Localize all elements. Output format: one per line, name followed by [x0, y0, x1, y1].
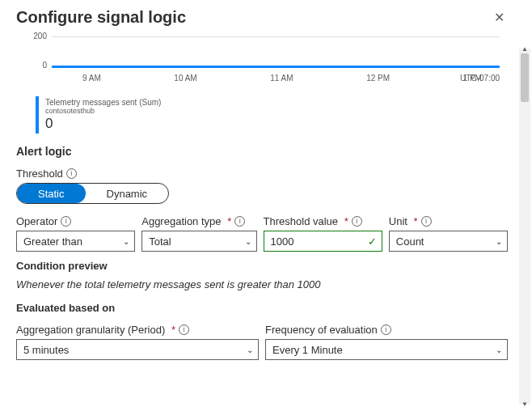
required-marker: *	[411, 215, 418, 227]
granularity-value: 5 minutes	[23, 344, 69, 356]
scrollbar-thumb[interactable]	[521, 53, 529, 102]
unit-label: Unit	[389, 215, 407, 227]
frequency-select[interactable]: Every 1 Minute ⌄	[265, 339, 508, 360]
metric-chart: 200 0 9 AM 10 AM 11 AM 12 PM 1 PM UTC-07…	[27, 35, 500, 91]
x-tick: 12 PM	[366, 74, 390, 83]
info-icon[interactable]: i	[381, 324, 391, 335]
info-icon[interactable]: i	[61, 216, 71, 227]
operator-select[interactable]: Greater than ⌄	[16, 231, 135, 252]
unit-value: Count	[396, 235, 424, 248]
legend-series-name: Telemetry messages sent (Sum)	[45, 98, 500, 107]
frequency-value: Every 1 Minute	[272, 344, 343, 356]
info-icon[interactable]: i	[421, 216, 432, 227]
chevron-down-icon: ⌄	[496, 237, 502, 246]
info-icon[interactable]: i	[179, 324, 189, 335]
condition-preview-text: Whenever the total telemetry messages se…	[16, 278, 508, 290]
scroll-down-icon[interactable]: ▼	[521, 401, 528, 407]
required-marker: *	[168, 324, 175, 336]
y-tick: 0	[42, 61, 47, 70]
info-icon[interactable]: i	[234, 216, 245, 227]
alert-logic-heading: Alert logic	[16, 145, 508, 158]
chevron-down-icon: ⌄	[245, 237, 251, 246]
chevron-down-icon: ⌄	[123, 237, 129, 246]
scroll-up-icon[interactable]: ▲	[521, 45, 528, 53]
chart-legend: Telemetry messages sent (Sum) contosotes…	[36, 96, 500, 134]
granularity-label: Aggregation granularity (Period)	[16, 324, 165, 336]
close-icon[interactable]: ✕	[491, 6, 508, 28]
threshold-value-label: Threshold value	[264, 215, 339, 227]
required-marker: *	[341, 215, 348, 227]
scrollbar[interactable]: ▲ ▼	[519, 49, 530, 405]
timezone-label: UTC-07:00	[460, 74, 500, 83]
unit-select[interactable]: Count ⌄	[389, 231, 508, 252]
y-tick: 200	[33, 32, 47, 40]
threshold-label: Threshold	[16, 167, 63, 180]
operator-value: Greater than	[23, 235, 82, 248]
threshold-toggle[interactable]: Static Dynamic	[16, 183, 169, 204]
operator-label: Operator	[16, 215, 57, 227]
chevron-down-icon: ⌄	[496, 346, 502, 354]
legend-value: 0	[45, 116, 500, 132]
threshold-value: 1000	[271, 235, 294, 248]
aggregation-type-label: Aggregation type	[141, 215, 221, 227]
panel-title: Configure signal logic	[16, 8, 186, 27]
x-tick: 10 AM	[174, 74, 196, 83]
gridline	[52, 36, 500, 37]
x-tick: 9 AM	[82, 74, 101, 83]
threshold-value-input[interactable]: 1000 ✓	[264, 231, 382, 252]
toggle-static[interactable]: Static	[17, 184, 86, 203]
granularity-select[interactable]: 5 minutes ⌄	[16, 339, 259, 360]
x-tick: 11 AM	[270, 74, 293, 83]
info-icon[interactable]: i	[66, 168, 77, 179]
frequency-label: Frequency of evaluation	[265, 324, 378, 336]
info-icon[interactable]: i	[352, 216, 362, 227]
condition-preview-heading: Condition preview	[16, 260, 508, 272]
toggle-dynamic[interactable]: Dynamic	[86, 184, 169, 203]
chart-line	[52, 66, 500, 68]
required-marker: *	[225, 215, 232, 227]
aggregation-type-value: Total	[149, 235, 171, 248]
aggregation-type-select[interactable]: Total ⌄	[141, 231, 256, 252]
legend-resource: contosotesthub	[45, 107, 500, 115]
evaluated-heading: Evaluated based on	[16, 302, 508, 314]
check-icon: ✓	[368, 235, 377, 248]
chevron-down-icon: ⌄	[247, 346, 253, 354]
